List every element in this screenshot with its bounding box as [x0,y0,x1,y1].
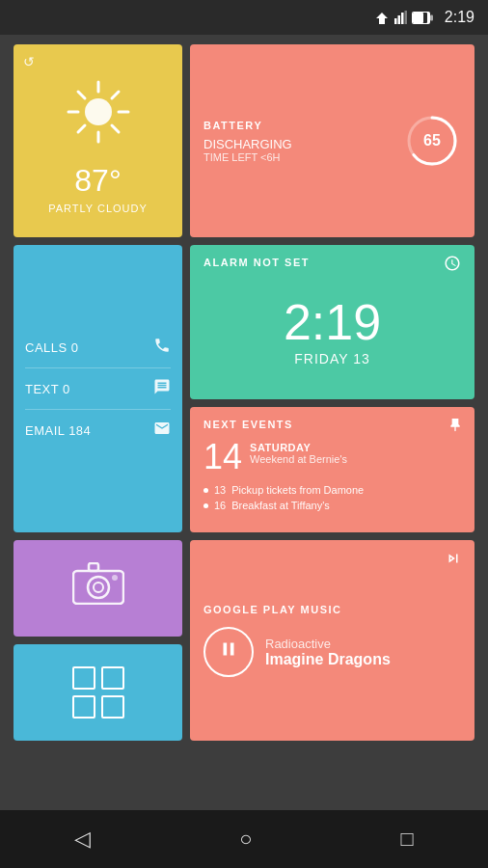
pin-icon [447,417,463,436]
grid-cell-1 [72,666,95,690]
svg-rect-3 [401,13,404,24]
event-day-1: 16 [214,500,226,511]
signal-icon [394,11,407,24]
svg-rect-1 [394,18,397,24]
music-title: GOOGLE PLAY MUSIC [203,604,461,615]
clock-time: 2:19 [284,297,381,347]
music-widget[interactable]: GOOGLE PLAY MUSIC Radioactive Imagine Dr… [190,540,474,741]
status-icons [374,11,433,24]
svg-line-14 [78,92,85,98]
recent-button[interactable]: □ [401,827,414,852]
svg-line-16 [112,92,119,98]
email-label: EMAIL 184 [25,423,91,438]
sms-icon [153,378,171,399]
svg-point-9 [85,98,112,125]
widget-area: ↺ 87° PARTLY CLOUDY BATTERY DISCHARGING … [0,35,488,810]
email-row[interactable]: EMAIL 184 [25,420,171,441]
status-time: 2:19 [445,9,474,26]
svg-rect-2 [397,15,400,24]
grid-cell-3 [72,695,95,719]
event-name-1: Breakfast at Tiffany's [231,500,330,511]
home-button[interactable]: ○ [239,827,252,852]
svg-line-17 [78,125,85,132]
skip-icon[interactable] [444,550,463,572]
calls-label: CALLS 0 [25,340,79,355]
svg-rect-4 [404,11,407,24]
camera-widget[interactable] [14,540,182,637]
text-row[interactable]: TEXT 0 [25,378,171,399]
status-bar: 2:19 [0,0,488,35]
pause-icon [218,638,239,665]
pause-button[interactable] [203,627,254,677]
weather-temp: 87° [74,163,121,199]
main-event-day: 14 [203,440,242,475]
event-item-0: 13 Pickup tickets from Damone [203,484,461,496]
main-event-detail: SATURDAY Weekend at Bernie's [250,442,347,465]
email-icon [153,420,171,441]
wifi-icon [374,11,390,24]
nav-bar: ◁ ○ □ [0,810,488,868]
svg-rect-8 [413,13,423,23]
text-label: TEXT 0 [25,382,70,396]
music-artist: Imagine Dragons [265,651,391,668]
apps-grid-icon [72,666,124,719]
grid-cell-2 [101,666,124,690]
grid-cell-4 [101,695,124,719]
svg-rect-23 [89,563,98,571]
event-name-0: Pickup tickets from Damone [231,484,364,496]
svg-point-24 [112,575,118,581]
clock-date: FRIDAY 13 [294,351,370,366]
back-button[interactable]: ◁ [74,827,91,852]
battery-percent: 65 [423,132,441,149]
svg-point-21 [88,577,109,598]
events-widget[interactable]: NEXT EVENTS 14 SATURDAY Weekend at Berni… [190,407,474,532]
svg-rect-6 [430,14,433,20]
refresh-icon[interactable]: ↺ [23,54,35,69]
bullet-icon-2 [203,503,208,508]
calls-row[interactable]: CALLS 0 [25,337,171,358]
battery-widget: BATTERY DISCHARGING TIME LEFT <6H 65 [190,44,474,237]
main-event: 14 SATURDAY Weekend at Bernie's [203,440,461,475]
events-title: NEXT EVENTS [203,419,461,430]
phone-icon [153,337,171,358]
camera-icon [72,562,124,614]
bullet-icon [203,488,208,493]
main-event-name: Weekend at Bernie's [250,453,347,465]
clock-widget[interactable]: ALARM NOT SET 2:19 FRIDAY 13 [190,245,474,399]
alarm-icon [444,255,461,276]
sun-icon [65,78,132,155]
weather-widget[interactable]: ↺ 87° PARTLY CLOUDY [14,44,182,237]
battery-circle: 65 [403,112,461,170]
event-day-0: 13 [214,484,226,496]
music-song: Radioactive [265,637,391,651]
music-track: Radioactive Imagine Dragons [265,637,391,668]
music-info: Radioactive Imagine Dragons [203,627,461,677]
apps-widget[interactable] [14,644,182,741]
svg-point-22 [94,583,103,592]
battery-status-icon [412,12,433,24]
svg-line-15 [112,125,119,132]
main-event-weekday: SATURDAY [250,442,347,453]
svg-marker-0 [376,13,388,24]
event-item-1: 16 Breakfast at Tiffany's [203,500,461,511]
notifications-widget[interactable]: CALLS 0 TEXT 0 EMAIL 184 [14,245,182,532]
weather-description: PARTLY CLOUDY [48,203,148,214]
alarm-label: ALARM NOT SET [203,257,310,268]
